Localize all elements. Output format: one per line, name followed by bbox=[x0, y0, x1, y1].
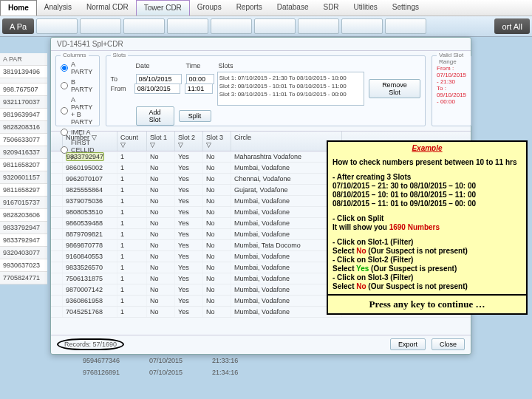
ribbon-button[interactable] bbox=[211, 18, 252, 34]
press-any-key: Press any key to continue … bbox=[328, 294, 526, 313]
ribbon-button[interactable] bbox=[36, 18, 78, 34]
grid-col-header[interactable]: Count ▽ bbox=[117, 132, 147, 151]
background-number-column: A PAR3819139496998.767507932117003798196… bbox=[0, 53, 47, 284]
bg-number: 9819639947 bbox=[0, 109, 47, 121]
example-intro: How to check numbers present between 10 … bbox=[332, 158, 517, 166]
columns-panel: Columns A PARTYB PARTYA PARTY + B PARTYI… bbox=[55, 55, 100, 126]
menu-sdr[interactable]: SDR bbox=[316, 0, 346, 16]
ribbon-button[interactable] bbox=[167, 18, 208, 34]
grid-col-header[interactable]: Slot 1 ▽ bbox=[147, 132, 175, 151]
ribbon: A Pa ort All bbox=[0, 16, 532, 37]
example-split-line: - Click on Split bbox=[332, 214, 383, 222]
valid-from: From : 07/10/2015 - 21:30 bbox=[437, 65, 466, 85]
menu-tower-cdr[interactable]: Tower CDR bbox=[136, 0, 190, 16]
column-radio[interactable]: B PARTY bbox=[61, 77, 95, 95]
menu-analysis[interactable]: Analysis bbox=[37, 0, 79, 16]
column-radio[interactable]: IMEI A bbox=[61, 127, 95, 137]
grid-col-header[interactable]: Slot 3 ▽ bbox=[203, 132, 231, 151]
bg-number: 9209416337 bbox=[0, 146, 47, 159]
column-radio[interactable]: A PARTY bbox=[61, 59, 95, 77]
bg-number: 7705824771 bbox=[0, 272, 47, 284]
bg-number: 9833792947 bbox=[0, 234, 47, 247]
bg-number: 998.767507 bbox=[0, 83, 47, 96]
valid-range-label: Valid Slot Range bbox=[437, 52, 471, 65]
date-header: Date bbox=[136, 62, 182, 69]
example-callout: Example How to check numbers present bet… bbox=[327, 140, 528, 315]
close-button[interactable]: Close bbox=[432, 338, 465, 350]
slots-panel: Slots Date Time Slots From Slot 1: 07/10… bbox=[106, 55, 426, 126]
column-radio[interactable]: A PARTY + B PARTY bbox=[61, 95, 95, 127]
ribbon-button[interactable] bbox=[341, 18, 383, 34]
slots-header: Slots bbox=[219, 62, 233, 69]
grid-col-header[interactable]: Slot 2 ▽ bbox=[175, 132, 203, 151]
to-time-input[interactable] bbox=[186, 74, 214, 84]
menu-home[interactable]: Home bbox=[0, 0, 37, 16]
menu-utilities[interactable]: Utilities bbox=[347, 0, 385, 16]
bg-number: 9828203606 bbox=[0, 209, 47, 222]
menu-normal-cdr[interactable]: Normal CDR bbox=[79, 0, 136, 16]
to-date-input[interactable] bbox=[136, 74, 182, 84]
ribbon-button[interactable] bbox=[80, 18, 121, 34]
slots-listbox[interactable]: Slot 1: 07/10/2015 - 21:30 To 08/10/2015… bbox=[217, 72, 364, 106]
valid-slot-range-panel: Valid Slot Range From : 07/10/2015 - 21:… bbox=[432, 55, 471, 126]
records-count: Records: 57/1690 bbox=[57, 338, 124, 350]
example-result-count: 1690 Numbers bbox=[389, 223, 440, 231]
background-table-rows: 959467734607/10/201521:33:16976812689107… bbox=[47, 355, 244, 378]
from-time-input[interactable] bbox=[185, 83, 213, 94]
menu-groups[interactable]: Groups bbox=[190, 0, 229, 16]
time-header: Time bbox=[186, 62, 214, 69]
bg-number bbox=[0, 78, 47, 83]
valid-to: To : 09/10/2015 - 00:00 bbox=[437, 85, 466, 105]
remove-slot-button[interactable]: Remove Slot bbox=[369, 79, 420, 98]
ribbon-button[interactable] bbox=[123, 18, 165, 34]
ribbon-button[interactable] bbox=[298, 18, 339, 34]
main-menu: Home Analysis Normal CDR Tower CDR Group… bbox=[0, 0, 532, 16]
bg-number: 9320601157 bbox=[0, 171, 47, 184]
to-label: To bbox=[111, 75, 132, 83]
bg-number: 3819139496 bbox=[0, 66, 47, 78]
from-label: From bbox=[111, 85, 130, 92]
column-radio[interactable]: FIRST CELLID A bbox=[61, 137, 95, 163]
ribbon-left-label: A Pa bbox=[2, 18, 34, 34]
bg-number: 9321170037 bbox=[0, 96, 47, 109]
menu-reports[interactable]: Reports bbox=[229, 0, 270, 16]
split-button[interactable]: Split bbox=[179, 110, 211, 122]
columns-label: Columns bbox=[61, 52, 89, 58]
add-slot-button[interactable]: Add Slot bbox=[136, 106, 174, 126]
bg-number: 9828208316 bbox=[0, 121, 47, 134]
bg-number: 7506633077 bbox=[0, 134, 47, 146]
ribbon-right-label: ort All bbox=[494, 18, 530, 34]
bg-number: 9930637023 bbox=[0, 259, 47, 272]
example-title: Example bbox=[328, 142, 526, 155]
bg-number: 9811658207 bbox=[0, 159, 47, 171]
export-button[interactable]: Export bbox=[390, 338, 426, 350]
ribbon-button[interactable] bbox=[254, 18, 296, 34]
dialog-title: VD-14541 Spl+CDR bbox=[51, 38, 471, 51]
bg-number: 9833792947 bbox=[0, 222, 47, 234]
from-date-input[interactable] bbox=[134, 83, 180, 94]
grid-col-header[interactable]: Circle bbox=[231, 132, 342, 151]
bg-number: 9811658297 bbox=[0, 184, 47, 197]
bg-number: 9320403077 bbox=[0, 247, 47, 259]
menu-settings[interactable]: Settings bbox=[385, 0, 426, 16]
bg-number: 9167015737 bbox=[0, 197, 47, 209]
ribbon-button[interactable] bbox=[385, 18, 426, 34]
example-result-prefix: It will show you bbox=[332, 223, 389, 231]
dialog-footer: Records: 57/1690 Export Close bbox=[51, 335, 471, 353]
menu-database[interactable]: Database bbox=[270, 0, 316, 16]
slots-label: Slots bbox=[111, 52, 129, 58]
